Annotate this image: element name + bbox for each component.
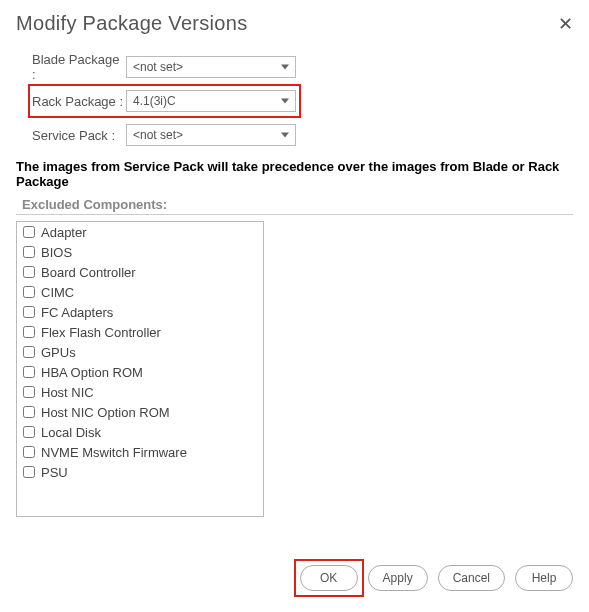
dialog: Modify Package Versions ✕ Blade Package …	[0, 0, 589, 607]
list-item-label: Host NIC	[41, 385, 94, 400]
blade-package-label: Blade Package :	[16, 52, 126, 82]
list-item-checkbox[interactable]	[23, 446, 35, 458]
service-pack-select[interactable]: <not set>	[126, 124, 296, 146]
rack-package-select[interactable]: 4.1(3i)C	[126, 90, 296, 112]
list-item-label: GPUs	[41, 345, 76, 360]
button-bar: OK Apply Cancel Help	[16, 565, 573, 591]
cancel-button[interactable]: Cancel	[438, 565, 505, 591]
list-item-label: Flex Flash Controller	[41, 325, 161, 340]
title-bar: Modify Package Versions ✕	[16, 12, 573, 35]
blade-package-select[interactable]: <not set>	[126, 56, 296, 78]
list-item-checkbox[interactable]	[23, 406, 35, 418]
list-item: NVME Mswitch Firmware	[17, 442, 263, 462]
list-item: Local Disk	[17, 422, 263, 442]
excluded-components-scroll[interactable]: AdapterBIOSBoard ControllerCIMCFC Adapte…	[17, 222, 263, 516]
list-item: HBA Option ROM	[17, 362, 263, 382]
list-item-checkbox[interactable]	[23, 246, 35, 258]
list-item: Host NIC	[17, 382, 263, 402]
list-item: GPUs	[17, 342, 263, 362]
service-pack-row: Service Pack : <not set>	[16, 121, 573, 149]
list-item-label: Local Disk	[41, 425, 101, 440]
excluded-components-listbox: AdapterBIOSBoard ControllerCIMCFC Adapte…	[16, 221, 264, 517]
list-item-label: BIOS	[41, 245, 72, 260]
list-item: CIMC	[17, 282, 263, 302]
close-icon[interactable]: ✕	[558, 15, 573, 33]
list-item: Flex Flash Controller	[17, 322, 263, 342]
list-item: Host NIC Option ROM	[17, 402, 263, 422]
list-item-label: Adapter	[41, 225, 87, 240]
chevron-down-icon	[281, 99, 289, 104]
list-item-checkbox[interactable]	[23, 286, 35, 298]
list-item: BIOS	[17, 242, 263, 262]
help-button[interactable]: Help	[515, 565, 573, 591]
rack-package-label: Rack Package :	[16, 94, 126, 109]
ok-button[interactable]: OK	[300, 565, 358, 591]
list-item-label: NVME Mswitch Firmware	[41, 445, 187, 460]
list-item-checkbox[interactable]	[23, 366, 35, 378]
excluded-components-label: Excluded Components:	[22, 197, 573, 212]
list-item-label: HBA Option ROM	[41, 365, 143, 380]
chevron-down-icon	[281, 133, 289, 138]
chevron-down-icon	[281, 65, 289, 70]
list-item: Board Controller	[17, 262, 263, 282]
list-item-checkbox[interactable]	[23, 426, 35, 438]
list-item: PSU	[17, 462, 263, 482]
list-item-checkbox[interactable]	[23, 326, 35, 338]
list-item-checkbox[interactable]	[23, 226, 35, 238]
apply-button[interactable]: Apply	[368, 565, 428, 591]
blade-package-value: <not set>	[133, 60, 183, 74]
list-item-label: Host NIC Option ROM	[41, 405, 170, 420]
list-item-label: FC Adapters	[41, 305, 113, 320]
list-item-label: CIMC	[41, 285, 74, 300]
rack-package-row: Rack Package : 4.1(3i)C	[16, 87, 573, 115]
list-item-checkbox[interactable]	[23, 346, 35, 358]
service-pack-label: Service Pack :	[16, 128, 126, 143]
list-item-checkbox[interactable]	[23, 466, 35, 478]
list-item-checkbox[interactable]	[23, 266, 35, 278]
list-item-label: PSU	[41, 465, 68, 480]
precedence-note: The images from Service Pack will take p…	[16, 159, 573, 189]
service-pack-value: <not set>	[133, 128, 183, 142]
blade-package-row: Blade Package : <not set>	[16, 53, 573, 81]
list-item: FC Adapters	[17, 302, 263, 322]
list-item-label: Board Controller	[41, 265, 136, 280]
list-item: Adapter	[17, 222, 263, 242]
dialog-title: Modify Package Versions	[16, 12, 247, 35]
divider	[16, 214, 573, 215]
list-item-checkbox[interactable]	[23, 306, 35, 318]
rack-package-value: 4.1(3i)C	[133, 94, 176, 108]
list-item-checkbox[interactable]	[23, 386, 35, 398]
